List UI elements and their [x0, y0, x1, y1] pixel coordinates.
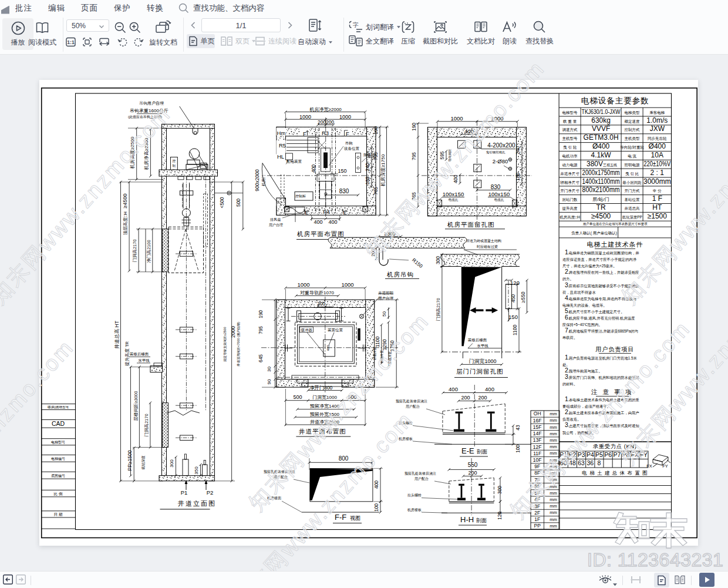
svg-text:HT: HT: [652, 203, 662, 211]
svg-text:300: 300: [169, 459, 174, 468]
svg-text:E: E: [343, 210, 346, 216]
svg-text:10F: 10F: [533, 457, 542, 463]
svg-text:用户自理: 用户自理: [269, 223, 283, 227]
svg-text:井道顶闭间距<7000 (用户自理): 井道顶闭间距<7000 (用户自理): [237, 322, 241, 367]
svg-text:井道净尺寸: 井道净尺寸: [560, 172, 579, 176]
svg-text:提升高度 TR: 提升高度 TR: [124, 341, 130, 366]
svg-text:R3: R3: [322, 130, 329, 136]
svg-text:电梯设备主要参数: 电梯设备主要参数: [581, 96, 649, 105]
svg-text:层/站/门: 层/站/门: [592, 197, 609, 202]
svg-text:4.1kW: 4.1kW: [591, 151, 612, 159]
svg-text:P4: P4: [323, 209, 330, 215]
svg-text:基站位置: 基站位置: [625, 197, 641, 202]
svg-text:用户负责将电源送至机房门口旁距地1.5米: 用户负责将电源送至机房门口旁距地1.5米: [569, 356, 638, 361]
svg-text:中 分: 中 分: [653, 189, 662, 193]
svg-text:2 : 1: 2 : 1: [651, 169, 665, 177]
svg-text:900x2000: 900x2000: [254, 169, 260, 191]
svg-text:轿厢净尺寸: 轿厢净尺寸: [560, 180, 579, 185]
svg-text:2F: 2F: [534, 510, 540, 516]
svg-text:1F: 1F: [534, 516, 540, 522]
svg-text:井道总高 HT: 井道总高 HT: [114, 321, 120, 350]
svg-text:240: 240: [365, 163, 370, 171]
svg-text:JXW: JXW: [650, 125, 665, 133]
svg-text:220±10%V: 220±10%V: [643, 160, 670, 168]
svg-text:300: 300: [366, 150, 370, 157]
svg-text:时应砌有过梁: 时应砌有过梁: [477, 244, 498, 249]
svg-text:吊钩: 吊钩: [345, 141, 353, 145]
svg-text:800x2100mm: 800x2100mm: [582, 186, 620, 194]
svg-text:F-F: F-F: [335, 513, 346, 522]
svg-text:对重导轨距1070: 对重导轨距1070: [300, 290, 334, 295]
svg-text:P5: P5: [595, 451, 603, 458]
svg-text:1100: 1100: [512, 325, 518, 336]
svg-text:8: 8: [598, 459, 601, 466]
svg-text:FX: FX: [646, 463, 652, 469]
svg-text:4-200x200: 4-200x200: [487, 142, 515, 149]
svg-text:井道照明: 井道照明: [378, 291, 393, 295]
svg-text:用户单位需在空白处填写本表数据尺寸和要求: 用户单位需在空白处填写本表数据尺寸和要求: [583, 222, 648, 226]
svg-text:mm: mm: [550, 517, 557, 522]
svg-text:额定速度: 额定速度: [625, 119, 641, 124]
svg-text:830: 830: [339, 188, 349, 194]
svg-text:预留孔处装修后浇注: 预留孔处装修后浇注: [396, 399, 427, 404]
svg-text:的材料。: 的材料。: [562, 382, 577, 387]
svg-text:缓冲器: 缓冲器: [301, 328, 312, 332]
svg-text:400: 400: [328, 219, 337, 225]
svg-text:795: 795: [411, 152, 417, 160]
svg-text:90: 90: [267, 379, 272, 384]
svg-text:井道立面图: 井道立面图: [178, 500, 216, 507]
svg-text:300: 300: [435, 256, 441, 264]
svg-text:1400x1100mm: 1400x1100mm: [582, 177, 620, 186]
svg-text:E: E: [305, 210, 308, 216]
svg-text:层楼间距≥3000: 层楼间距≥3000: [133, 391, 139, 421]
svg-text:200: 200: [326, 119, 334, 125]
svg-text:795: 795: [373, 152, 379, 160]
svg-text:净门高2100: 净门高2100: [146, 240, 151, 263]
svg-text:400: 400: [311, 164, 316, 173]
svg-text:电梯型号: 电梯型号: [562, 110, 578, 115]
svg-text:三相五线: 三相五线: [603, 163, 617, 167]
svg-text:层门门洞留孔图: 层门门洞留孔图: [456, 368, 504, 375]
svg-text:≥4500: ≥4500: [122, 194, 128, 209]
svg-text:2000x1750mm: 2000x1750mm: [582, 169, 620, 177]
svg-text:照明电源: 照明电源: [625, 163, 641, 167]
svg-text:同步无齿轮: 同步无齿轮: [648, 136, 667, 141]
svg-text:电梯编号: 电梯编号: [51, 457, 65, 461]
svg-text:400: 400: [449, 386, 458, 392]
svg-text:1000: 1000: [341, 281, 353, 288]
svg-text:净开门800: 净开门800: [309, 385, 333, 391]
svg-text:用户配合: 用户配合: [414, 476, 429, 481]
svg-text:井道预埋件应在同一垂线上，并能承受相应: 井道预埋件应在同一垂线上，并能承受相应: [569, 270, 639, 275]
svg-text:≥550: ≥550: [520, 291, 526, 303]
svg-text:视图: 视图: [350, 515, 360, 521]
svg-text:400: 400: [314, 219, 322, 225]
svg-text:380V: 380V: [587, 160, 603, 168]
svg-text:预留孔处装修后浇注: 预留孔处装修后浇注: [405, 471, 436, 476]
svg-text:800: 800: [339, 455, 349, 462]
svg-text:机房应干燥,通风,并有充分照明.机房温度: 机房应干燥,通风,并有充分照明.机房温度: [569, 316, 635, 321]
svg-text:字: 字: [353, 22, 359, 28]
svg-text:mm: mm: [550, 510, 557, 515]
svg-text:PP: PP: [534, 523, 541, 529]
svg-text:Hm: Hm: [277, 130, 286, 136]
svg-text:765: 765: [373, 187, 379, 195]
svg-text:门洞宽1000: 门洞宽1000: [469, 358, 496, 364]
svg-text:mm: mm: [550, 503, 557, 509]
svg-text:11F: 11F: [533, 451, 541, 456]
svg-text:道应保证垂直，井道尺寸应不小于规定的内净: 道应保证垂直，井道尺寸应不小于规定的内净: [562, 257, 637, 262]
svg-text:3000mm: 3000mm: [643, 177, 671, 186]
svg-text:门洞高2170: 门洞高2170: [132, 239, 137, 262]
svg-text:装修后楼面: 装修后楼面: [130, 352, 149, 357]
svg-text:13F: 13F: [533, 437, 542, 443]
svg-text:≥1500: ≥1500: [648, 212, 668, 220]
svg-text:尺寸，井道允许偏差为+25毫米。: 尺寸，井道允许偏差为+25毫米。: [562, 264, 617, 268]
svg-text:500: 500: [293, 394, 302, 400]
svg-text:36: 36: [587, 459, 594, 466]
svg-text:mm: mm: [550, 438, 557, 443]
svg-text:HL: HL: [277, 153, 284, 160]
svg-text:F: F: [346, 130, 349, 137]
svg-text:门洞高2170: 门洞高2170: [436, 298, 441, 321]
svg-text:日 期: 日 期: [54, 512, 63, 516]
svg-text:2000: 2000: [230, 326, 236, 338]
svg-text:控: 控: [173, 159, 176, 163]
